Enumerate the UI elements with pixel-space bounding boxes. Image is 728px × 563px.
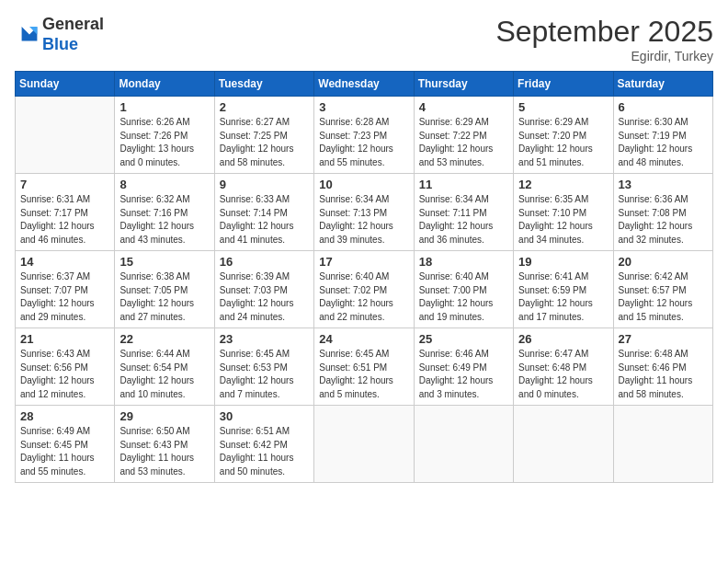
calendar-week-row: 14Sunrise: 6:37 AM Sunset: 7:07 PM Dayli… bbox=[16, 251, 713, 328]
calendar-cell: 24Sunrise: 6:45 AM Sunset: 6:51 PM Dayli… bbox=[314, 328, 414, 406]
day-info: Sunrise: 6:38 AM Sunset: 7:05 PM Dayligh… bbox=[119, 270, 209, 324]
calendar-cell: 1Sunrise: 6:26 AM Sunset: 7:26 PM Daylig… bbox=[115, 97, 214, 174]
day-info: Sunrise: 6:27 AM Sunset: 7:25 PM Dayligh… bbox=[220, 116, 309, 169]
day-number: 4 bbox=[419, 100, 508, 114]
day-info: Sunrise: 6:50 AM Sunset: 6:43 PM Dayligh… bbox=[119, 425, 209, 478]
day-info: Sunrise: 6:49 AM Sunset: 6:45 PM Dayligh… bbox=[20, 425, 109, 478]
logo-general: General bbox=[42, 15, 104, 35]
day-number: 19 bbox=[518, 255, 608, 269]
calendar-cell: 27Sunrise: 6:48 AM Sunset: 6:46 PM Dayli… bbox=[613, 328, 712, 406]
calendar-cell: 18Sunrise: 6:40 AM Sunset: 7:00 PM Dayli… bbox=[414, 251, 513, 328]
calendar-header-row: SundayMondayTuesdayWednesdayThursdayFrid… bbox=[16, 72, 713, 97]
calendar-cell: 25Sunrise: 6:46 AM Sunset: 6:49 PM Dayli… bbox=[414, 328, 513, 406]
day-number: 24 bbox=[319, 332, 408, 346]
day-number: 27 bbox=[619, 332, 708, 346]
day-number: 21 bbox=[20, 332, 109, 346]
day-header-friday: Friday bbox=[514, 72, 613, 97]
day-info: Sunrise: 6:44 AM Sunset: 6:54 PM Dayligh… bbox=[119, 348, 209, 401]
calendar-table: SundayMondayTuesdayWednesdayThursdayFrid… bbox=[15, 71, 713, 483]
calendar-cell bbox=[16, 97, 115, 174]
day-number: 2 bbox=[220, 100, 309, 114]
day-info: Sunrise: 6:47 AM Sunset: 6:48 PM Dayligh… bbox=[518, 348, 608, 401]
calendar-cell: 12Sunrise: 6:35 AM Sunset: 7:10 PM Dayli… bbox=[514, 174, 613, 251]
calendar-cell: 15Sunrise: 6:38 AM Sunset: 7:05 PM Dayli… bbox=[115, 251, 214, 328]
calendar-cell: 5Sunrise: 6:29 AM Sunset: 7:20 PM Daylig… bbox=[514, 97, 613, 174]
calendar-cell: 3Sunrise: 6:28 AM Sunset: 7:23 PM Daylig… bbox=[314, 97, 414, 174]
day-number: 12 bbox=[518, 178, 608, 191]
calendar-cell: 20Sunrise: 6:42 AM Sunset: 6:57 PM Dayli… bbox=[613, 251, 712, 328]
day-info: Sunrise: 6:51 AM Sunset: 6:42 PM Dayligh… bbox=[220, 425, 309, 478]
day-info: Sunrise: 6:31 AM Sunset: 7:17 PM Dayligh… bbox=[20, 193, 109, 247]
calendar-week-row: 1Sunrise: 6:26 AM Sunset: 7:26 PM Daylig… bbox=[16, 97, 713, 174]
calendar-cell: 19Sunrise: 6:41 AM Sunset: 6:59 PM Dayli… bbox=[514, 251, 613, 328]
day-number: 20 bbox=[619, 255, 708, 269]
day-header-thursday: Thursday bbox=[414, 72, 513, 97]
day-number: 16 bbox=[220, 255, 309, 269]
calendar-cell: 7Sunrise: 6:31 AM Sunset: 7:17 PM Daylig… bbox=[16, 174, 115, 251]
day-number: 29 bbox=[119, 409, 209, 423]
calendar-cell: 9Sunrise: 6:33 AM Sunset: 7:14 PM Daylig… bbox=[214, 174, 313, 251]
logo-icon bbox=[17, 20, 42, 46]
day-info: Sunrise: 6:46 AM Sunset: 6:49 PM Dayligh… bbox=[419, 348, 508, 401]
day-number: 7 bbox=[20, 178, 109, 191]
calendar-cell: 13Sunrise: 6:36 AM Sunset: 7:08 PM Dayli… bbox=[613, 174, 712, 251]
day-number: 9 bbox=[220, 178, 309, 191]
day-info: Sunrise: 6:32 AM Sunset: 7:16 PM Dayligh… bbox=[119, 193, 209, 247]
calendar-week-row: 21Sunrise: 6:43 AM Sunset: 6:56 PM Dayli… bbox=[16, 328, 713, 406]
title-block: September 2025 Egirdir, Turkey bbox=[495, 15, 713, 63]
calendar-week-row: 28Sunrise: 6:49 AM Sunset: 6:45 PM Dayli… bbox=[16, 406, 713, 483]
calendar-cell: 21Sunrise: 6:43 AM Sunset: 6:56 PM Dayli… bbox=[16, 328, 115, 406]
day-number: 26 bbox=[518, 332, 608, 346]
location: Egirdir, Turkey bbox=[495, 49, 713, 63]
day-info: Sunrise: 6:45 AM Sunset: 6:53 PM Dayligh… bbox=[220, 348, 309, 401]
day-header-sunday: Sunday bbox=[16, 72, 115, 97]
calendar-cell: 8Sunrise: 6:32 AM Sunset: 7:16 PM Daylig… bbox=[115, 174, 214, 251]
day-info: Sunrise: 6:29 AM Sunset: 7:20 PM Dayligh… bbox=[518, 116, 608, 169]
day-info: Sunrise: 6:45 AM Sunset: 6:51 PM Dayligh… bbox=[319, 348, 408, 401]
day-info: Sunrise: 6:29 AM Sunset: 7:22 PM Dayligh… bbox=[419, 116, 508, 169]
calendar-cell: 11Sunrise: 6:34 AM Sunset: 7:11 PM Dayli… bbox=[414, 174, 513, 251]
day-info: Sunrise: 6:43 AM Sunset: 6:56 PM Dayligh… bbox=[20, 348, 109, 401]
day-number: 10 bbox=[319, 178, 408, 191]
day-info: Sunrise: 6:34 AM Sunset: 7:11 PM Dayligh… bbox=[419, 193, 508, 247]
logo-blue: Blue bbox=[42, 35, 104, 55]
day-info: Sunrise: 6:35 AM Sunset: 7:10 PM Dayligh… bbox=[518, 193, 608, 247]
day-info: Sunrise: 6:34 AM Sunset: 7:13 PM Dayligh… bbox=[319, 193, 408, 247]
day-info: Sunrise: 6:40 AM Sunset: 7:02 PM Dayligh… bbox=[319, 270, 408, 324]
day-info: Sunrise: 6:48 AM Sunset: 6:46 PM Dayligh… bbox=[619, 348, 708, 401]
day-info: Sunrise: 6:26 AM Sunset: 7:26 PM Dayligh… bbox=[119, 116, 209, 169]
day-info: Sunrise: 6:37 AM Sunset: 7:07 PM Dayligh… bbox=[20, 270, 109, 324]
calendar-cell: 16Sunrise: 6:39 AM Sunset: 7:03 PM Dayli… bbox=[214, 251, 313, 328]
calendar-cell: 14Sunrise: 6:37 AM Sunset: 7:07 PM Dayli… bbox=[16, 251, 115, 328]
day-number: 3 bbox=[319, 100, 408, 114]
calendar-cell: 17Sunrise: 6:40 AM Sunset: 7:02 PM Dayli… bbox=[314, 251, 414, 328]
logo-text: General Blue bbox=[42, 15, 104, 54]
day-number: 18 bbox=[419, 255, 508, 269]
day-number: 13 bbox=[619, 178, 708, 191]
day-number: 8 bbox=[119, 178, 209, 191]
calendar-cell: 4Sunrise: 6:29 AM Sunset: 7:22 PM Daylig… bbox=[414, 97, 513, 174]
calendar-cell: 10Sunrise: 6:34 AM Sunset: 7:13 PM Dayli… bbox=[314, 174, 414, 251]
day-number: 30 bbox=[220, 409, 309, 423]
calendar-cell bbox=[414, 406, 513, 483]
day-header-monday: Monday bbox=[115, 72, 214, 97]
calendar-cell bbox=[314, 406, 414, 483]
day-header-tuesday: Tuesday bbox=[214, 72, 313, 97]
calendar-week-row: 7Sunrise: 6:31 AM Sunset: 7:17 PM Daylig… bbox=[16, 174, 713, 251]
day-info: Sunrise: 6:41 AM Sunset: 6:59 PM Dayligh… bbox=[518, 270, 608, 324]
calendar-cell: 28Sunrise: 6:49 AM Sunset: 6:45 PM Dayli… bbox=[16, 406, 115, 483]
calendar-cell: 22Sunrise: 6:44 AM Sunset: 6:54 PM Dayli… bbox=[115, 328, 214, 406]
day-header-wednesday: Wednesday bbox=[314, 72, 414, 97]
calendar-cell: 30Sunrise: 6:51 AM Sunset: 6:42 PM Dayli… bbox=[214, 406, 313, 483]
calendar-cell: 23Sunrise: 6:45 AM Sunset: 6:53 PM Dayli… bbox=[214, 328, 313, 406]
calendar-cell: 26Sunrise: 6:47 AM Sunset: 6:48 PM Dayli… bbox=[514, 328, 613, 406]
day-number: 6 bbox=[619, 100, 708, 114]
day-info: Sunrise: 6:40 AM Sunset: 7:00 PM Dayligh… bbox=[419, 270, 508, 324]
day-number: 5 bbox=[518, 100, 608, 114]
calendar-cell: 2Sunrise: 6:27 AM Sunset: 7:25 PM Daylig… bbox=[214, 97, 313, 174]
day-info: Sunrise: 6:42 AM Sunset: 6:57 PM Dayligh… bbox=[619, 270, 708, 324]
calendar-cell bbox=[613, 406, 712, 483]
day-number: 11 bbox=[419, 178, 508, 191]
day-number: 1 bbox=[119, 100, 209, 114]
day-info: Sunrise: 6:28 AM Sunset: 7:23 PM Dayligh… bbox=[319, 116, 408, 169]
